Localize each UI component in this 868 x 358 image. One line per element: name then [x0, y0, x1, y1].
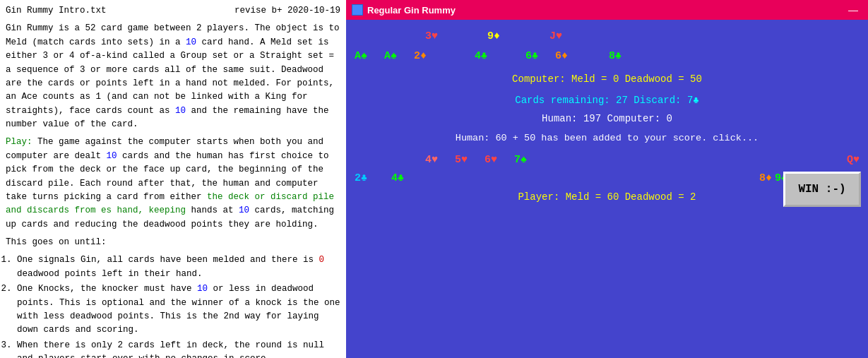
- score-display: Human: 197 Computer: 0: [355, 113, 860, 124]
- player-card-5h: 5♥: [455, 155, 468, 165]
- computer-card-8c: 8♣: [609, 51, 622, 61]
- player-card-2c: 2♣: [355, 173, 367, 184]
- rule-2: One Knocks, the knocker must have 10 or …: [17, 282, 340, 338]
- paragraph-play: Play: The game against the computer star…: [6, 136, 340, 232]
- title-bar: Regular Gin Rummy —: [346, 0, 868, 20]
- computer-card-6c: 6♣: [525, 51, 538, 61]
- game-area[interactable]: 3♥ 9♦ J♥ A♠ A♠ 2♦ 4♣ 6♣ 6♦ 8♣ Computer: …: [346, 20, 868, 358]
- computer-card-2d: 2♦: [414, 51, 427, 61]
- player-card-8d: 8♦: [759, 173, 772, 184]
- rules-list: One signals Gin, all cards have been mel…: [17, 253, 340, 358]
- highlight-deck: the deck or discard pile and discards fr…: [6, 192, 334, 215]
- paragraph-1: Gin Rummy is a 52 card game between 2 pl…: [6, 22, 340, 131]
- play-label: Play:: [6, 137, 32, 147]
- cards-remaining-label: Cards remaining: 27 Discard: 7♣: [515, 95, 698, 106]
- document-title-bar: Gin Rummy Intro.txt revise b+ 2020-10-19: [6, 4, 340, 18]
- computer-card-4c: 4♣: [475, 51, 487, 61]
- window-icon: [352, 4, 363, 16]
- highlight-10-5: 10: [197, 284, 208, 294]
- score-label: Human: 197 Computer: 0: [542, 113, 672, 124]
- player-meld-label: Player: Meld = 60 Deadwood = 2: [518, 191, 696, 203]
- computer-card-as: A♠: [355, 51, 367, 61]
- player-card-7s: 7♠: [514, 155, 527, 165]
- minimize-button[interactable]: —: [844, 3, 862, 17]
- goes-on-label: This goes on until:: [6, 236, 340, 249]
- computer-card-jh: J♥: [549, 31, 562, 42]
- message-text: Human: 60 + 50 has been added to your sc…: [456, 133, 759, 143]
- computer-top-row1: 3♥ 9♦ J♥: [355, 28, 860, 44]
- rule-3: When there is only 2 cards left in deck,…: [17, 339, 340, 358]
- highlight-10-1: 10: [186, 37, 196, 47]
- computer-card-3h: 3♥: [425, 31, 438, 42]
- highlight-10-4: 10: [239, 205, 249, 215]
- player-card-qh: Q♥: [847, 155, 860, 165]
- player-card-6h: 6♥: [484, 155, 497, 165]
- game-message: Human: 60 + 50 has been added to your sc…: [355, 133, 860, 143]
- highlight-0: 0: [319, 255, 325, 265]
- computer-card-9d: 9♦: [487, 31, 500, 42]
- computer-card-as2: A♠: [384, 51, 397, 61]
- doc-title-left: Gin Rummy Intro.txt: [6, 4, 107, 18]
- window-title: Regular Gin Rummy: [367, 5, 844, 16]
- computer-card-6d: 6♦: [555, 51, 568, 61]
- highlight-10-2: 10: [175, 106, 186, 116]
- highlight-10-3: 10: [107, 151, 117, 161]
- right-panel: Regular Gin Rummy — 3♥ 9♦ J♥ A♠ A♠ 2♦ 4♣…: [346, 0, 868, 358]
- player-card-4h: 4♥: [425, 155, 438, 165]
- computer-meld-label: Computer: Meld = 0 Deadwood = 50: [512, 73, 702, 85]
- computer-top-row2: A♠ A♠ 2♦ 4♣ 6♣ 6♦ 8♣: [355, 48, 860, 64]
- win-button[interactable]: WIN :-): [783, 172, 861, 207]
- doc-title-right: revise b+ 2020-10-19: [234, 4, 340, 18]
- computer-status: Computer: Meld = 0 Deadwood = 50: [355, 73, 860, 85]
- player-row1: 4♥ 5♥ 6♥ 7♠ Q♥: [355, 152, 860, 167]
- left-panel: Gin Rummy Intro.txt revise b+ 2020-10-19…: [0, 0, 346, 358]
- rule-1: One signals Gin, all cards have been mel…: [17, 253, 340, 281]
- cards-remaining: Cards remaining: 27 Discard: 7♣: [355, 95, 860, 106]
- player-card-4c-p: 4♣: [391, 173, 404, 184]
